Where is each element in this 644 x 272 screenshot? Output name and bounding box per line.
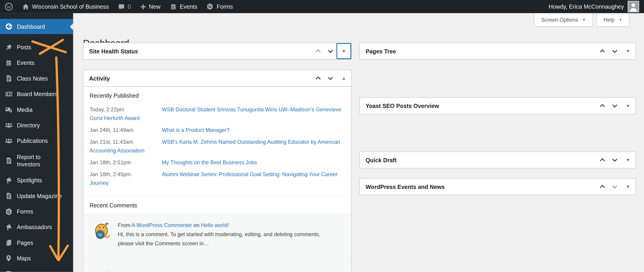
move-down-button[interactable] <box>324 70 336 86</box>
sidebar-item-label: Forms <box>17 208 33 215</box>
forms-label: Forms <box>216 3 233 10</box>
sidebar-item-directory[interactable]: Directory <box>0 118 73 133</box>
svg-text:G: G <box>208 4 212 9</box>
sidebar-item-spotlights[interactable]: Spotlights <box>0 172 73 188</box>
comments-menu[interactable]: 0 <box>113 0 135 13</box>
triangle-down-icon: ▼ <box>626 49 630 53</box>
collapse-toggle-button[interactable]: ▼ <box>621 98 636 114</box>
chevron-up-icon <box>314 48 322 55</box>
comment-excerpt: Hi, this is a comment. To get started wi… <box>118 230 323 248</box>
widget-pages-tree: Pages Tree ▼ <box>360 43 636 60</box>
sidebar-item-label: Directory <box>17 122 40 129</box>
move-down-button[interactable] <box>608 152 621 168</box>
triangle-down-icon: ▼ <box>626 184 630 189</box>
move-down-button[interactable] <box>324 43 336 59</box>
sidebar-item-report-to-investors[interactable]: Report to Investors <box>0 149 73 172</box>
chevron-up-icon <box>599 183 606 190</box>
chevron-up-icon <box>599 48 606 55</box>
widget-controls: ▼ <box>596 98 636 114</box>
wp-logo-menu[interactable]: W <box>0 0 18 13</box>
collapse-toggle-button[interactable]: ▼ <box>621 152 636 168</box>
widget-site-health: Site Health Status ▼ <box>83 43 352 60</box>
help-label: Help <box>604 17 614 23</box>
calendar-icon <box>170 3 177 10</box>
widget-controls: ▼ <box>312 43 351 59</box>
svg-text:G: G <box>7 210 10 214</box>
sidebar-item-update-magazine[interactable]: Update Magazine <box>0 188 73 204</box>
svg-text:W: W <box>98 232 102 237</box>
move-up-button[interactable] <box>596 98 608 114</box>
comment-meta: From A WordPress Commenter on Hello worl… <box>118 270 229 272</box>
post-title-link[interactable]: My Thoughts on the Best Business Jobs <box>162 159 257 166</box>
events-menu[interactable]: Events <box>165 0 202 13</box>
chevron-down-icon: ▼ <box>619 18 622 22</box>
published-post-row: Jan 21st, 11:43amWSB’s Karla M. Zehms Na… <box>90 138 346 155</box>
sidebar-item-partial[interactable] <box>0 266 73 272</box>
chevron-down-icon <box>327 75 334 82</box>
widget-activity: Activity ▲ Recently Publish <box>83 70 352 272</box>
chevron-up-icon <box>599 102 606 109</box>
sidebar-item-dashboard[interactable]: Dashboard <box>0 19 73 34</box>
sidebar-item-publications[interactable]: Publications <box>0 133 73 148</box>
wapuu-avatar: W <box>92 221 111 240</box>
site-name-menu[interactable]: Wisconsin School of Business <box>18 0 113 13</box>
post-date: Jan 18th, 2:51pm <box>90 158 162 167</box>
forms-menu[interactable]: G Forms <box>202 0 238 13</box>
dashboard-gauge-icon <box>4 22 13 30</box>
sidebar-item-ambassadors[interactable]: Ambassadors <box>0 219 73 235</box>
sidebar-item-forms[interactable]: G Forms <box>0 204 73 219</box>
user-avatar[interactable] <box>628 1 639 12</box>
collapse-toggle-button[interactable]: ▼ <box>336 43 351 59</box>
sidebar-item-label: Publications <box>17 138 48 144</box>
sidebar-item-class-notes[interactable]: Class Notes <box>0 71 73 86</box>
widget-controls: ▲ <box>312 70 351 86</box>
gravity-forms-icon: G <box>4 208 13 216</box>
move-down-button[interactable] <box>608 179 621 195</box>
sidebar-item-label: Media <box>17 106 33 113</box>
sidebar-item-media[interactable]: Media <box>0 102 73 117</box>
sidebar-item-maps[interactable]: Maps <box>0 250 73 266</box>
move-down-button[interactable] <box>608 98 621 114</box>
site-name: Wisconsin School of Business <box>32 3 109 10</box>
help-button[interactable]: Help ▼ <box>596 13 629 27</box>
new-content-menu[interactable]: New <box>135 0 165 13</box>
comment-post-link[interactable]: Hello world! <box>201 222 229 228</box>
comment-author-link[interactable]: A WordPress Commenter <box>132 271 192 272</box>
post-title-link[interactable]: What is a Product Manager? <box>162 127 230 133</box>
id-card-icon <box>4 90 13 98</box>
collapse-toggle-button[interactable]: ▼ <box>621 43 636 59</box>
sidebar-item-label: Class Notes <box>17 75 48 82</box>
comments-count: 0 <box>128 3 131 10</box>
screen-options-button[interactable]: Screen Options ▼ <box>534 13 593 27</box>
sidebar-item-posts[interactable]: Posts <box>0 40 73 55</box>
widget-title: Yoast SEO Posts Overview <box>360 98 439 114</box>
move-down-button[interactable] <box>608 43 621 59</box>
comment-post-link[interactable]: Hello world! <box>201 271 229 272</box>
collapse-toggle-button[interactable]: ▼ <box>621 179 636 195</box>
new-label: New <box>149 3 160 10</box>
published-post-row: Jan 18th, 2:45pmAlumni Webinar Series: P… <box>90 170 346 187</box>
widget-title: WordPress Events and News <box>360 179 445 195</box>
chevron-down-icon <box>611 48 618 55</box>
admin-bar: W Wisconsin School of Business 0 New <box>0 0 644 13</box>
move-up-button[interactable] <box>312 43 324 59</box>
move-up-button[interactable] <box>596 179 608 195</box>
widget-title: Activity <box>83 70 110 86</box>
move-up-button[interactable] <box>596 43 608 59</box>
chevron-down-icon <box>611 183 618 190</box>
widget-wordpress-events-news: WordPress Events and News ▼ <box>360 178 636 195</box>
triangle-down-icon: ▼ <box>626 158 630 162</box>
howdy-text[interactable]: Howdy, Erica McConnaughey <box>548 3 624 10</box>
collapse-toggle-button[interactable]: ▲ <box>336 70 351 86</box>
chevron-up-icon <box>314 75 322 82</box>
sidebar-item-pages[interactable]: Pages <box>0 235 73 250</box>
sidebar-item-board-members[interactable]: Board Members <box>0 86 73 102</box>
move-up-button[interactable] <box>312 70 324 86</box>
sidebar-item-events[interactable]: Events <box>0 55 73 70</box>
dashboard-content: Dashboard Screen Options ▼ Help ▼ Site H… <box>73 13 644 272</box>
groups-icon <box>4 137 13 145</box>
widget-quick-draft: Quick Draft ▼ <box>360 152 636 168</box>
comment-author-link[interactable]: A WordPress Commenter <box>132 222 192 228</box>
chevron-down-icon: ▼ <box>582 18 586 22</box>
move-up-button[interactable] <box>596 152 608 168</box>
